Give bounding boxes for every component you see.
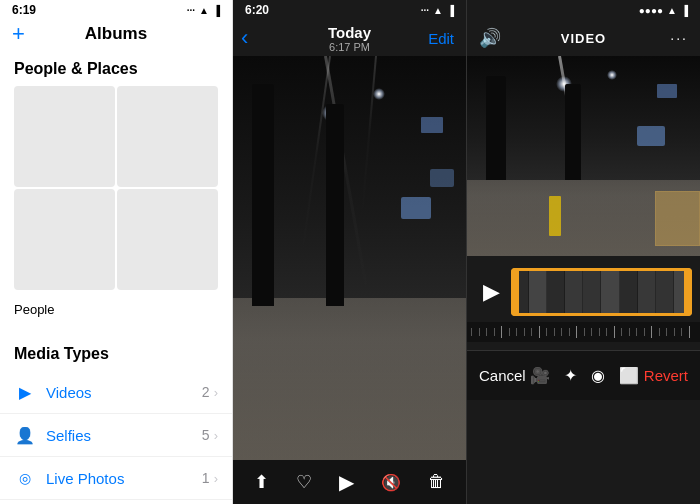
status-icons-photo: ··· ▲ ▐ (421, 5, 454, 16)
figure-2 (326, 104, 344, 306)
wifi-icon: ▲ (199, 5, 209, 16)
chevron-livephotos: › (214, 471, 218, 486)
people-label[interactable]: People (0, 298, 232, 333)
filter-tool-button[interactable]: ◉ (591, 366, 605, 385)
panel-video: ●●●● ▲ ▐ 🔊 VIDEO ··· ▶ (467, 0, 700, 504)
time-photo: 6:20 (245, 3, 269, 17)
camera-tool-button[interactable]: 🎥 (530, 366, 550, 385)
tick-23 (636, 328, 644, 336)
video-top-bar: 🔊 VIDEO ··· (467, 20, 700, 56)
cancel-button[interactable]: Cancel (479, 367, 526, 384)
more-options-icon[interactable]: ··· (670, 30, 688, 46)
media-item-livephotos[interactable]: ◎ Live Photos 1 › (0, 457, 232, 500)
tick-15 (576, 326, 584, 338)
status-bar-photo: 6:20 ··· ▲ ▐ (233, 0, 466, 20)
video-scene (467, 56, 700, 256)
media-count-videos: 2 (202, 384, 210, 400)
people-thumb-4[interactable] (117, 189, 218, 290)
media-item-videos[interactable]: ▶ Videos 2 › (0, 371, 232, 414)
video-play-button[interactable]: ▶ (475, 276, 507, 308)
tick-21 (621, 328, 629, 336)
photo-back-button[interactable]: ‹ (241, 25, 248, 51)
photo-main (233, 56, 466, 460)
photo-edit-button[interactable]: Edit (428, 30, 454, 47)
battery-icon: ▐ (213, 5, 220, 16)
tick-17 (591, 328, 599, 336)
adjust-tool-button[interactable]: ✦ (564, 366, 577, 385)
tick-16 (584, 328, 592, 336)
video-timeline[interactable] (511, 268, 692, 316)
frame-8 (638, 268, 656, 316)
tick-18 (599, 328, 607, 336)
like-button[interactable]: ♡ (288, 467, 320, 497)
photo-nav-title: Today 6:17 PM (328, 24, 371, 53)
tick-13 (561, 328, 569, 336)
frame-7 (620, 268, 638, 316)
signal-dots: ··· (187, 5, 195, 16)
vs-tv (657, 84, 677, 98)
tv-screen (421, 117, 443, 133)
vs-monitor-1 (637, 126, 665, 146)
crop-tool-button[interactable]: ⬜ (619, 366, 639, 385)
tick-29 (681, 328, 689, 336)
battery-video: ▐ (681, 5, 688, 16)
status-bar-video: ●●●● ▲ ▐ (467, 0, 700, 20)
video-tools: 🎥 ✦ ◉ ⬜ (530, 366, 639, 385)
vs-flag (549, 196, 561, 236)
tick-25 (651, 326, 659, 338)
people-thumb-1[interactable] (14, 86, 115, 187)
media-count-selfies: 5 (202, 427, 210, 443)
media-count-livephotos: 1 (202, 470, 210, 486)
revert-button[interactable]: Revert (644, 367, 688, 384)
people-thumb-2[interactable] (117, 86, 218, 187)
people-places-title: People & Places (0, 48, 232, 86)
scrubber-bar[interactable] (467, 322, 700, 342)
vs-light-2 (607, 70, 617, 80)
video-preview (467, 56, 700, 256)
signal-dots-photo: ··· (421, 5, 429, 16)
timeline-handle-left[interactable] (511, 268, 519, 316)
tick-24 (644, 328, 652, 336)
mute-button[interactable]: 🔇 (373, 469, 409, 496)
tick-26 (659, 328, 667, 336)
photo-time: 6:17 PM (328, 41, 371, 53)
tick-5 (501, 326, 509, 338)
media-item-selfies[interactable]: 👤 Selfies 5 › (0, 414, 232, 457)
share-button[interactable]: ⬆ (246, 467, 277, 497)
delete-button[interactable]: 🗑 (420, 468, 453, 496)
tick-9 (531, 328, 539, 336)
play-button[interactable]: ▶ (331, 466, 362, 498)
media-item-slomo[interactable]: ✳ Slo-mo 1 › (0, 500, 232, 504)
add-album-button[interactable]: + (12, 23, 25, 45)
albums-wrapper: People & Places People Media Types ▶ Vid… (0, 48, 232, 504)
time-albums: 6:19 (12, 3, 36, 17)
chevron-videos: › (214, 385, 218, 400)
status-icons-albums: ··· ▲ ▐ (187, 5, 220, 16)
video-bottom-bar: Cancel 🎥 ✦ ◉ ⬜ Revert (467, 350, 700, 400)
tick-3 (486, 328, 494, 336)
tick-12 (554, 328, 562, 336)
photo-nav: ‹ Today 6:17 PM Edit (233, 20, 466, 56)
sound-on-icon[interactable]: 🔊 (479, 27, 501, 49)
monitor-2 (430, 169, 454, 187)
albums-nav-bar: + Albums (0, 20, 232, 48)
media-name-livephotos: Live Photos (46, 470, 202, 487)
frame-6 (601, 268, 619, 316)
videos-icon: ▶ (14, 381, 36, 403)
vs-box-1 (655, 191, 700, 246)
tick-1 (471, 328, 479, 336)
frame-3 (547, 268, 565, 316)
media-types-title: Media Types (0, 333, 232, 371)
frame-4 (565, 268, 583, 316)
vs-fig-2 (565, 84, 581, 180)
people-thumb-3[interactable] (14, 189, 115, 290)
tick-4 (494, 328, 502, 336)
photo-scene (233, 56, 466, 460)
tick-7 (516, 328, 524, 336)
panel-albums: 6:19 ··· ▲ ▐ + Albums People & Places Pe… (0, 0, 233, 504)
media-type-list: ▶ Videos 2 › 👤 Selfies 5 › ◎ Live Photos… (0, 371, 232, 504)
timeline-handle-right[interactable] (684, 268, 692, 316)
tick-11 (546, 328, 554, 336)
scrubber-ticks (467, 322, 700, 342)
media-name-videos: Videos (46, 384, 202, 401)
